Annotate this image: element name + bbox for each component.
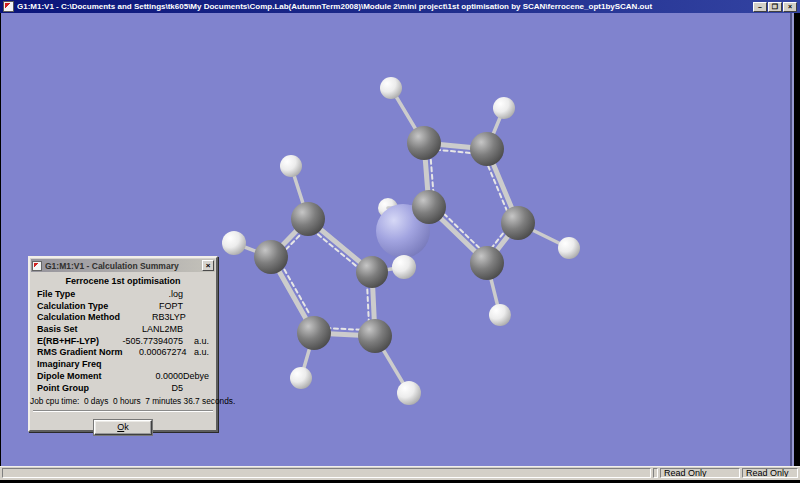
summary-row: Imaginary Freq (37, 359, 209, 371)
c-atom[interactable] (470, 132, 504, 166)
h-atom[interactable] (489, 304, 511, 326)
summary-row: RMS Gradient Norm0.00067274a.u. (37, 347, 209, 359)
dialog-icon (32, 261, 42, 271)
c-atom[interactable] (297, 316, 331, 350)
bond (430, 155, 433, 193)
summary-value: .log (109, 289, 183, 301)
summary-unit (183, 301, 209, 313)
c-atom[interactable] (358, 319, 392, 353)
summary-unit: Debye (183, 371, 209, 383)
c-atom[interactable] (412, 190, 446, 224)
summary-value: 0.0000 (109, 371, 183, 383)
summary-label: RMS Gradient Norm (37, 347, 123, 359)
status-panel-spacer (653, 468, 658, 478)
h-atom[interactable] (397, 381, 421, 405)
close-button[interactable]: × (783, 2, 797, 12)
summary-label: Dipole Moment (37, 371, 109, 383)
dialog-close-icon[interactable]: × (202, 260, 214, 271)
summary-unit (183, 359, 209, 371)
summary-label: Basis Set (37, 324, 109, 336)
dialog-separator (33, 410, 213, 412)
summary-row: E(RB+HF-LYP)-505.77394075a.u. (37, 336, 209, 348)
cpu-time-line: Job cpu time: 0 days 0 hours 7 minutes 3… (30, 396, 216, 406)
h-atom[interactable] (280, 155, 302, 177)
c-atom[interactable] (470, 246, 504, 280)
bond (317, 234, 355, 266)
ok-button[interactable]: Ok (94, 420, 152, 435)
summary-value: FOPT (109, 301, 183, 313)
summary-unit (183, 324, 209, 336)
summary-value: D5 (109, 383, 183, 395)
window-controls: – ❐ × (753, 2, 797, 12)
status-panel-main (2, 468, 651, 478)
window-titlebar[interactable]: G1:M1:V1 - C:\Documents and Settings\tk6… (0, 0, 800, 13)
summary-value: RB3LYP (120, 312, 186, 324)
app-icon[interactable] (3, 1, 14, 12)
summary-label: Calculation Method (37, 312, 120, 324)
bond (436, 150, 474, 154)
h-atom[interactable] (558, 237, 580, 259)
ok-row: Ok (30, 416, 216, 435)
summary-label: File Type (37, 289, 109, 301)
window-edge-highlight (792, 13, 794, 466)
c-atom[interactable] (501, 206, 535, 240)
status-readonly-badge: Read Only (660, 468, 740, 478)
restore-button[interactable]: ❐ (768, 2, 782, 12)
calculation-summary-dialog: G1:M1:V1 - Calculation Summary × Ferroce… (28, 256, 218, 432)
c-atom[interactable] (254, 240, 288, 274)
summary-unit (186, 312, 209, 324)
dialog-titlebar[interactable]: G1:M1:V1 - Calculation Summary × (31, 259, 215, 272)
summary-value: LANL2MB (109, 324, 183, 336)
summary-row: Point GroupD5 (37, 383, 209, 395)
summary-row: File Type.log (37, 289, 209, 301)
h-atom[interactable] (493, 97, 515, 119)
window-title: G1:M1:V1 - C:\Documents and Settings\tk6… (17, 2, 749, 11)
summary-label: Point Group (37, 383, 109, 395)
dialog-title: G1:M1:V1 - Calculation Summary (45, 261, 202, 271)
bond (326, 328, 363, 330)
statusbar: Read Only Read Only (0, 466, 800, 480)
minimize-button[interactable]: – (753, 2, 767, 12)
h-atom[interactable] (222, 231, 246, 255)
dialog-header: Ferrocene 1st optimisation (30, 276, 216, 286)
h-atom[interactable] (380, 77, 402, 99)
h-atom[interactable] (290, 367, 312, 389)
summary-row: Calculation TypeFOPT (37, 301, 209, 313)
status-readonly-badge2: Read Only (742, 468, 798, 478)
summary-value: 0.00067274 (123, 347, 187, 359)
summary-value: -505.77394075 (109, 336, 183, 348)
summary-label: Calculation Type (37, 301, 109, 313)
summary-value (109, 359, 183, 371)
summary-unit (183, 289, 209, 301)
bond (367, 285, 369, 323)
summary-row: Dipole Moment0.0000Debye (37, 371, 209, 383)
summary-row: Calculation MethodRB3LYP (37, 312, 209, 324)
summary-unit (183, 383, 209, 395)
summary-label: E(RB+HF-LYP) (37, 336, 109, 348)
summary-row: Basis SetLANL2MB (37, 324, 209, 336)
c-atom[interactable] (407, 126, 441, 160)
summary-unit: a.u. (183, 336, 209, 348)
gaussview-window: G1:M1:V1 - C:\Documents and Settings\tk6… (0, 0, 800, 483)
summary-rows: File Type.logCalculation TypeFOPTCalcula… (37, 289, 209, 394)
summary-label: Imaginary Freq (37, 359, 109, 371)
c-atom[interactable] (291, 202, 325, 236)
bond (444, 214, 479, 248)
h-atom[interactable] (392, 255, 416, 279)
c-atom[interactable] (356, 256, 388, 288)
summary-unit: a.u. (187, 347, 209, 359)
